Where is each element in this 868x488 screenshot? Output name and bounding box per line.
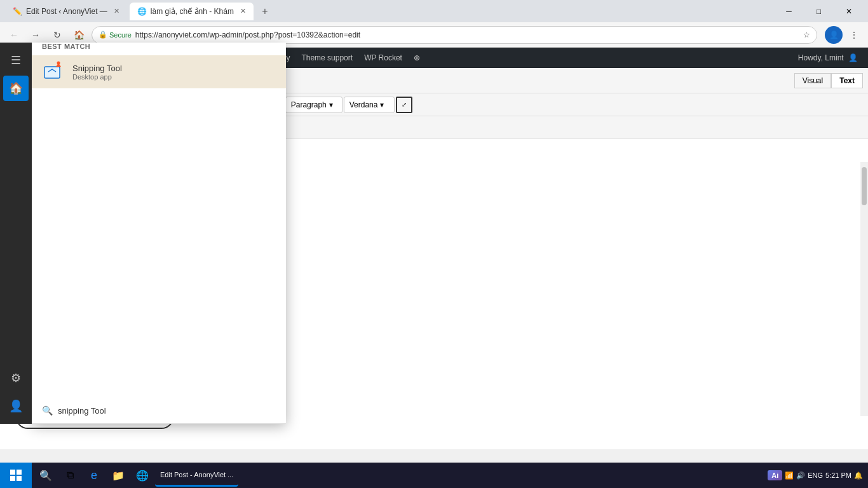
- start-search-bar: 🔍: [32, 398, 286, 424]
- scrollbar-thumb[interactable]: [862, 167, 867, 205]
- forward-button[interactable]: →: [27, 26, 44, 44]
- font-label: Verdana: [349, 100, 378, 109]
- svg-rect-2: [10, 470, 15, 475]
- home-button[interactable]: 🏠: [70, 26, 88, 44]
- home-sidebar-icon[interactable]: 🏠: [3, 76, 29, 101]
- hamburger-menu-icon[interactable]: ☰: [3, 48, 29, 73]
- start-button[interactable]: [0, 463, 32, 488]
- tab2-favicon: 🌐: [137, 7, 147, 16]
- tab-2[interactable]: 🌐 làm giả, chế ảnh - Khám ✕: [130, 3, 254, 20]
- refresh-button[interactable]: ↻: [48, 26, 66, 44]
- visual-label: Visual: [803, 76, 823, 85]
- start-search-input[interactable]: [58, 406, 276, 416]
- visual-tab[interactable]: Visual: [794, 73, 831, 88]
- taskbar: 🔍 ⧉ e 📁 🌐 Edit Post - AnonyViet ... Ai 📶…: [0, 463, 868, 488]
- tab2-title: làm giả, chế ảnh - Khám: [151, 7, 234, 16]
- tab1-favicon: ✏️: [13, 7, 22, 16]
- tab-1[interactable]: ✏️ Edit Post ‹ AnonyViet — ✕: [5, 3, 127, 20]
- taskbar-icons-area: 🔍 ⧉ e 📁 🌐 Edit Post - AnonyViet ...: [32, 464, 241, 487]
- svg-rect-4: [10, 476, 15, 481]
- secure-badge: 🔒 Secure: [98, 30, 132, 39]
- notification-icon[interactable]: 🔔: [854, 471, 863, 480]
- text-label: Text: [839, 76, 855, 85]
- text-tab[interactable]: Text: [831, 73, 863, 88]
- lock-icon: 🔒: [98, 30, 107, 39]
- snipping-tool-icon: [42, 60, 65, 83]
- taskbar-edge-button[interactable]: e: [83, 464, 105, 487]
- network-icon[interactable]: 📶: [785, 471, 794, 480]
- fullscreen2-icon[interactable]: ⤢: [396, 97, 412, 113]
- svg-rect-3: [17, 470, 22, 475]
- system-clock[interactable]: 5:21 PM: [825, 471, 851, 479]
- ai-copilot-label[interactable]: Ai: [768, 470, 782, 480]
- adminbar-plus[interactable]: ⊕: [409, 48, 425, 68]
- settings-sidebar-icon[interactable]: ⚙: [3, 365, 29, 391]
- best-match-label: Best match: [32, 43, 286, 55]
- taskbar-taskview-button[interactable]: ⧉: [58, 464, 81, 487]
- settings-button[interactable]: ⋮: [845, 26, 863, 44]
- wp-rocket-label: WP Rocket: [364, 53, 402, 62]
- snipping-tool-type: Desktop app: [72, 73, 122, 81]
- avatar-icon: 👤: [848, 53, 858, 62]
- extensions-area: 👤 ⋮: [825, 26, 863, 44]
- address-bar[interactable]: 🔒 Secure https://anonyviet.com/wp-admin/…: [92, 26, 817, 44]
- svg-rect-0: [44, 67, 60, 78]
- clock-time: 5:21 PM: [825, 471, 851, 479]
- font-chevron: ▾: [380, 100, 384, 109]
- howdy-text: Howdy, Lmint: [798, 53, 844, 62]
- theme-support-label: Theme support: [301, 53, 353, 62]
- language-tray: ENG: [808, 471, 823, 479]
- windows-logo-icon: [10, 469, 22, 482]
- tab2-close[interactable]: ✕: [240, 7, 246, 15]
- maximize-button[interactable]: □: [804, 3, 833, 20]
- taskbar-active-app[interactable]: Edit Post - AnonyViet ...: [155, 464, 238, 487]
- start-menu-empty-area: [32, 88, 286, 398]
- new-tab-button[interactable]: +: [256, 3, 274, 20]
- browser-titlebar: ✏️ Edit Post ‹ AnonyViet — ✕ 🌐 làm giả, …: [0, 0, 868, 22]
- language-label[interactable]: ENG: [808, 471, 823, 479]
- font-select[interactable]: Verdana ▾: [344, 97, 395, 113]
- snipping-tool-info: Snipping Tool Desktop app: [72, 64, 122, 81]
- close-button[interactable]: ✕: [834, 3, 863, 20]
- snipping-tool-name: Snipping Tool: [72, 64, 122, 73]
- plus2-icon: ⊕: [414, 53, 420, 62]
- minimize-button[interactable]: ─: [775, 3, 803, 20]
- svg-point-1: [57, 62, 60, 65]
- paragraph-label: Paragraph: [291, 100, 327, 109]
- taskbar-explorer-button[interactable]: 📁: [107, 464, 130, 487]
- back-button[interactable]: ←: [5, 26, 23, 44]
- snipping-tool-result[interactable]: Snipping Tool Desktop app: [32, 55, 286, 88]
- adminbar-theme-support[interactable]: Theme support: [296, 48, 358, 68]
- tab1-close[interactable]: ✕: [114, 7, 119, 15]
- start-menu-panel: Best match Snipping Tool Desktop app 🔍: [32, 43, 286, 424]
- start-sidebar: ☰ 🏠 ⚙ 👤: [0, 43, 32, 424]
- profile-button[interactable]: 👤: [825, 26, 843, 44]
- taskbar-search-button[interactable]: 🔍: [34, 464, 57, 487]
- window-controls: ─ □ ✕: [775, 3, 863, 20]
- url-text: https://anonyviet.com/wp-admin/post.php?…: [135, 30, 360, 39]
- user-sidebar-icon[interactable]: 👤: [3, 393, 29, 419]
- volume-icon[interactable]: 🔊: [796, 471, 805, 480]
- taskbar-system-tray: Ai 📶 🔊 ENG 5:21 PM 🔔: [763, 470, 868, 480]
- adminbar-wp-rocket[interactable]: WP Rocket: [359, 48, 407, 68]
- bookmark-icon[interactable]: ☆: [803, 30, 810, 39]
- secure-label: Secure: [109, 31, 132, 39]
- paragraph-chevron: ▾: [329, 100, 333, 109]
- editor-scrollbar[interactable]: [860, 162, 868, 416]
- visual-text-tabs: Visual Text: [794, 73, 863, 88]
- system-tray-icons: 📶 🔊: [785, 471, 805, 480]
- adminbar-howdy[interactable]: Howdy, Lmint 👤: [793, 53, 863, 62]
- svg-rect-5: [17, 476, 22, 481]
- paragraph-select[interactable]: Paragraph ▾: [285, 97, 342, 113]
- active-app-label: Edit Post - AnonyViet ...: [160, 471, 233, 478]
- search-icon: 🔍: [42, 405, 53, 416]
- taskbar-chrome-button[interactable]: 🌐: [131, 464, 154, 487]
- tab1-title: Edit Post ‹ AnonyViet —: [26, 7, 107, 16]
